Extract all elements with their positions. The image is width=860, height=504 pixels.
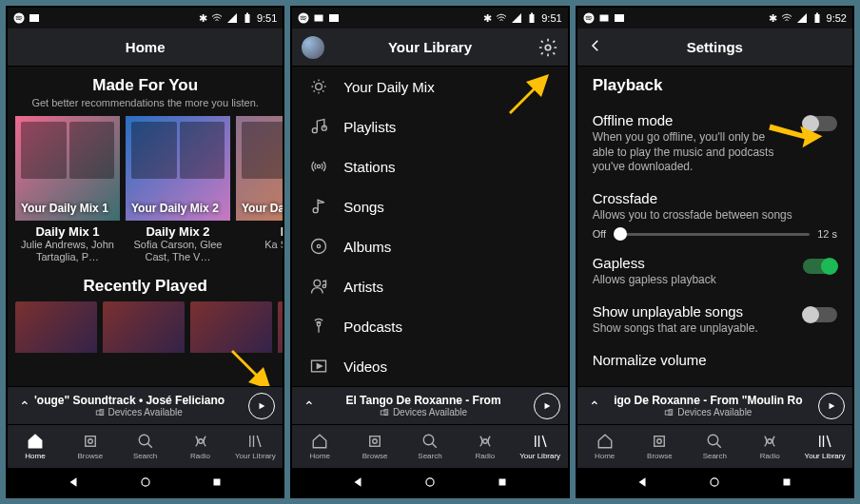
now-playing-bar[interactable]: ⌃ El Tango De Roxanne - From Devices Ava… [292, 386, 567, 424]
tab-search[interactable]: Search [687, 425, 742, 468]
offline-toggle[interactable] [803, 116, 837, 131]
android-nav [292, 468, 567, 496]
album-art[interactable] [278, 301, 283, 353]
recently-played-title: Recently Played [8, 277, 283, 296]
tab-library[interactable]: Your Library [797, 425, 852, 468]
svg-rect-3 [246, 13, 248, 15]
play-button[interactable] [248, 393, 275, 419]
setting-unplayable[interactable]: Show unplayable songs Show songs that ar… [577, 296, 852, 344]
daily-mix-card[interactable]: Your Daily Mix 2 Daily Mix 2 Sofia Carso… [126, 116, 230, 263]
tab-radio[interactable]: Radio [458, 425, 513, 468]
bluetooth-icon: ✱ [483, 12, 492, 25]
screenshot-icon [598, 12, 610, 24]
svg-point-45 [657, 439, 662, 444]
status-bar: ✱ 9:52 [577, 8, 852, 29]
svg-rect-38 [599, 15, 608, 22]
setting-offline-mode[interactable]: Offline mode When you go offline, you'll… [577, 105, 852, 183]
setting-normalize[interactable]: Normalize volume [577, 344, 852, 376]
chevron-up-icon[interactable]: ⌃ [15, 398, 34, 414]
bottom-tabs: Home Browse Search Radio Your Library [292, 424, 567, 468]
daily-mix-card[interactable]: Your Da Da Ka Stev… [236, 116, 283, 263]
tab-radio[interactable]: Radio [173, 425, 228, 468]
tab-browse[interactable]: Browse [633, 425, 688, 468]
android-recent[interactable] [780, 475, 793, 489]
gapless-toggle[interactable] [803, 259, 837, 274]
mix-name: Daily Mix 1 [15, 224, 120, 239]
bluetooth-icon: ✱ [199, 12, 207, 25]
settings-list[interactable]: Playback Offline mode When you go offlin… [577, 67, 852, 386]
android-recent[interactable] [496, 475, 509, 489]
phone-settings: ✱ 9:52 Settings Playback Offline mode Wh… [576, 6, 854, 498]
now-playing-track: El Tango De Roxanne - From [319, 394, 527, 407]
play-button[interactable] [818, 393, 845, 419]
chevron-up-icon[interactable]: ⌃ [300, 398, 319, 414]
chevron-up-icon[interactable]: ⌃ [585, 398, 604, 414]
library-stations[interactable]: Stations [292, 146, 567, 186]
crossfade-slider[interactable]: Off 12 s [593, 228, 837, 240]
android-back[interactable] [635, 475, 649, 489]
svg-point-8 [139, 435, 149, 445]
wifi-icon [211, 12, 223, 24]
svg-point-26 [322, 284, 325, 287]
tab-browse[interactable]: Browse [347, 425, 402, 468]
header: Your Library [292, 29, 567, 67]
library-daily-mix[interactable]: Your Daily Mix [292, 67, 567, 107]
album-art[interactable] [15, 301, 97, 353]
devices-available[interactable]: Devices Available [34, 407, 243, 417]
bottom-tabs: Home Browse Search Radio Your Library [577, 424, 852, 468]
devices-available[interactable]: Devices Available [319, 407, 527, 417]
library-videos[interactable]: Videos [292, 346, 567, 386]
svg-rect-2 [244, 14, 249, 23]
back-button[interactable] [587, 37, 604, 58]
mix-name: Daily Mix 2 [126, 224, 230, 239]
album-art[interactable] [190, 301, 272, 353]
android-back[interactable] [67, 475, 80, 489]
library-playlists[interactable]: Playlists [292, 107, 567, 146]
svg-rect-39 [615, 14, 624, 22]
android-home[interactable] [423, 475, 437, 489]
tab-home[interactable]: Home [8, 425, 63, 468]
android-home[interactable] [139, 475, 152, 489]
spotify-icon [13, 12, 25, 24]
outlook-icon [29, 12, 40, 24]
now-playing-bar[interactable]: ⌃ igo De Roxanne - From "Moulin Ro Devic… [577, 386, 852, 424]
library-artists[interactable]: Artists [292, 266, 567, 306]
recently-played-row[interactable] [8, 296, 283, 353]
tab-radio[interactable]: Radio [742, 425, 797, 468]
play-button[interactable] [534, 393, 560, 419]
tab-home[interactable]: Home [292, 425, 347, 468]
setting-crossfade[interactable]: Crossfade Allows you to crossfade betwee… [577, 183, 852, 248]
android-back[interactable] [351, 475, 364, 489]
library-songs[interactable]: Songs [292, 186, 567, 226]
svg-rect-49 [784, 479, 791, 486]
tab-home[interactable]: Home [577, 425, 633, 468]
settings-button[interactable] [538, 37, 558, 58]
signal-icon [511, 12, 522, 24]
unplayable-toggle[interactable] [803, 307, 837, 322]
svg-point-7 [88, 439, 93, 444]
made-for-you-title: Made For You [8, 76, 283, 95]
battery-icon [242, 12, 253, 24]
avatar[interactable] [302, 36, 324, 59]
album-art[interactable] [103, 301, 185, 353]
library-podcasts[interactable]: Podcasts [292, 306, 567, 346]
screenshot-icon [313, 12, 324, 24]
tab-search[interactable]: Search [402, 425, 458, 468]
devices-available[interactable]: Devices Available [604, 407, 812, 417]
mix-name: Da [236, 224, 283, 239]
android-nav [577, 468, 852, 496]
content[interactable]: Made For You Get better recommendations … [8, 67, 283, 386]
library-list[interactable]: Your Daily Mix Playlists Stations Songs … [292, 67, 567, 386]
tab-library[interactable]: Your Library [227, 425, 283, 468]
tab-search[interactable]: Search [118, 425, 173, 468]
android-recent[interactable] [210, 475, 224, 489]
svg-point-46 [709, 435, 719, 445]
tab-library[interactable]: Your Library [513, 425, 568, 468]
daily-mix-card[interactable]: Your Daily Mix 1 Daily Mix 1 Julie Andre… [15, 116, 120, 263]
tab-browse[interactable]: Browse [63, 425, 118, 468]
library-albums[interactable]: Albums [292, 226, 567, 266]
daily-mix-row[interactable]: Your Daily Mix 1 Daily Mix 1 Julie Andre… [8, 116, 283, 263]
setting-gapless[interactable]: Gapless Allows gapless playback [577, 247, 852, 296]
now-playing-bar[interactable]: ⌃ 'ouge" Soundtrack • José Feliciano Dev… [8, 386, 283, 424]
android-home[interactable] [708, 475, 721, 489]
